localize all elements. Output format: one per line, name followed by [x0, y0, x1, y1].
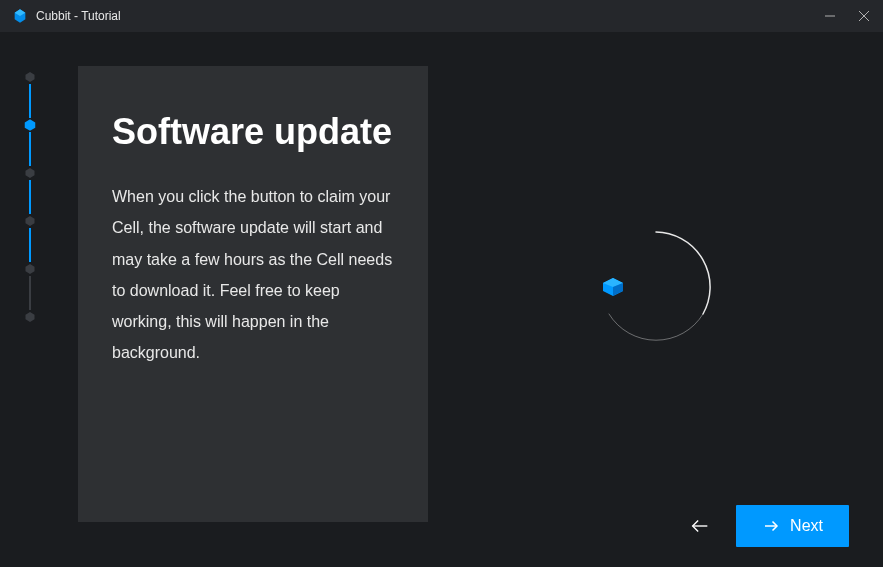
- step-node-2[interactable]: [23, 166, 37, 180]
- panel-body: When you click the button to claim your …: [112, 181, 394, 368]
- stepper: [0, 32, 60, 567]
- step-node-3[interactable]: [23, 214, 37, 228]
- step-connector: [29, 180, 31, 214]
- hexagon-icon: [23, 118, 37, 132]
- step-node-0[interactable]: [23, 70, 37, 84]
- loading-spinner-icon: [591, 222, 721, 352]
- back-button[interactable]: [682, 508, 718, 544]
- arrow-left-icon: [689, 515, 711, 537]
- arrow-right-icon: [762, 517, 780, 535]
- hexagon-icon: [23, 70, 37, 84]
- illustration-area: [428, 66, 883, 567]
- step-node-4[interactable]: [23, 262, 37, 276]
- step-connector: [29, 228, 31, 262]
- step-node-1[interactable]: [23, 118, 37, 132]
- hexagon-icon: [23, 166, 37, 180]
- titlebar: Cubbit - Tutorial: [0, 0, 883, 32]
- window-controls: [823, 9, 871, 23]
- app-logo-icon: [12, 8, 28, 24]
- step-node-5[interactable]: [23, 310, 37, 324]
- minimize-button[interactable]: [823, 9, 837, 23]
- step-connector: [29, 276, 31, 310]
- hexagon-icon: [23, 310, 37, 324]
- footer-nav: Next: [682, 505, 849, 547]
- text-panel: Software update When you click the butto…: [78, 66, 428, 522]
- step-connector: [29, 84, 31, 118]
- panel-title: Software update: [112, 110, 394, 153]
- hexagon-icon: [23, 262, 37, 276]
- step-connector: [29, 132, 31, 166]
- hexagon-icon: [23, 214, 37, 228]
- window-title: Cubbit - Tutorial: [36, 9, 121, 23]
- next-button-label: Next: [790, 517, 823, 535]
- content-area: Software update When you click the butto…: [60, 32, 883, 567]
- close-button[interactable]: [857, 9, 871, 23]
- next-button[interactable]: Next: [736, 505, 849, 547]
- main-content: Software update When you click the butto…: [0, 32, 883, 567]
- titlebar-left: Cubbit - Tutorial: [12, 8, 121, 24]
